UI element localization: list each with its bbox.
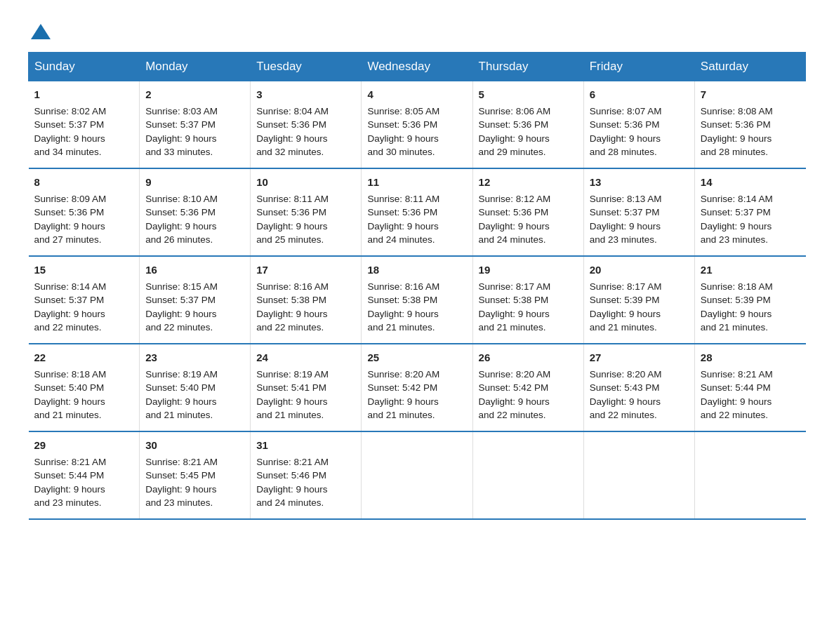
daylight-minutes-text: and 23 minutes. bbox=[145, 497, 213, 508]
daylight-minutes-text: and 21 minutes. bbox=[479, 322, 546, 333]
sunrise-text: Sunrise: 8:14 AM bbox=[701, 194, 773, 204]
calendar-table: SundayMondayTuesdayWednesdayThursdayFrid… bbox=[28, 52, 806, 520]
calendar-cell: 16Sunrise: 8:15 AMSunset: 5:37 PMDayligh… bbox=[140, 256, 251, 344]
calendar-cell: 14Sunrise: 8:14 AMSunset: 5:37 PMDayligh… bbox=[694, 168, 805, 256]
day-number: 11 bbox=[367, 175, 466, 190]
day-header-thursday: Thursday bbox=[472, 53, 583, 81]
daylight-minutes-text: and 22 minutes. bbox=[34, 322, 102, 333]
calendar-cell: 13Sunrise: 8:13 AMSunset: 5:37 PMDayligh… bbox=[583, 168, 694, 256]
logo-triangle-icon bbox=[31, 24, 51, 39]
day-number: 24 bbox=[256, 350, 355, 365]
daylight-minutes-text: and 23 minutes. bbox=[590, 234, 657, 245]
daylight-text: Daylight: 9 hours bbox=[590, 133, 661, 144]
sunset-text: Sunset: 5:36 PM bbox=[256, 207, 326, 217]
calendar-cell: 11Sunrise: 8:11 AMSunset: 5:36 PMDayligh… bbox=[362, 168, 472, 256]
daylight-text: Daylight: 9 hours bbox=[590, 221, 661, 232]
sunrise-text: Sunrise: 8:03 AM bbox=[145, 106, 218, 116]
sunset-text: Sunset: 5:37 PM bbox=[34, 119, 105, 130]
daylight-text: Daylight: 9 hours bbox=[701, 133, 772, 144]
day-number: 27 bbox=[590, 350, 689, 365]
sunrise-text: Sunrise: 8:17 AM bbox=[479, 281, 551, 292]
daylight-text: Daylight: 9 hours bbox=[256, 396, 327, 407]
daylight-minutes-text: and 33 minutes. bbox=[145, 147, 213, 157]
calendar-week-row: 29Sunrise: 8:21 AMSunset: 5:44 PMDayligh… bbox=[29, 431, 806, 519]
daylight-minutes-text: and 27 minutes. bbox=[34, 234, 102, 245]
calendar-week-row: 8Sunrise: 8:09 AMSunset: 5:36 PMDaylight… bbox=[29, 168, 806, 256]
sunset-text: Sunset: 5:44 PM bbox=[701, 382, 771, 393]
sunset-text: Sunset: 5:42 PM bbox=[479, 382, 549, 393]
daylight-minutes-text: and 28 minutes. bbox=[701, 147, 768, 157]
sunset-text: Sunset: 5:39 PM bbox=[701, 295, 771, 305]
calendar-cell: 3Sunrise: 8:04 AMSunset: 5:36 PMDaylight… bbox=[251, 81, 362, 169]
sunset-text: Sunset: 5:38 PM bbox=[367, 295, 437, 305]
day-number: 6 bbox=[590, 87, 689, 102]
sunrise-text: Sunrise: 8:21 AM bbox=[34, 457, 107, 467]
calendar-cell: 19Sunrise: 8:17 AMSunset: 5:38 PMDayligh… bbox=[472, 256, 583, 344]
daylight-text: Daylight: 9 hours bbox=[367, 396, 438, 407]
calendar-cell: 4Sunrise: 8:05 AMSunset: 5:36 PMDaylight… bbox=[362, 81, 472, 169]
daylight-minutes-text: and 26 minutes. bbox=[145, 234, 213, 245]
calendar-cell: 9Sunrise: 8:10 AMSunset: 5:36 PMDaylight… bbox=[140, 168, 251, 256]
sunset-text: Sunset: 5:41 PM bbox=[256, 382, 326, 393]
day-header-sunday: Sunday bbox=[29, 53, 140, 81]
page-header bbox=[28, 21, 806, 38]
sunrise-text: Sunrise: 8:21 AM bbox=[145, 457, 218, 467]
calendar-cell: 25Sunrise: 8:20 AMSunset: 5:42 PMDayligh… bbox=[362, 344, 472, 431]
calendar-week-row: 15Sunrise: 8:14 AMSunset: 5:37 PMDayligh… bbox=[29, 256, 806, 344]
daylight-minutes-text: and 21 minutes. bbox=[256, 410, 324, 420]
sunrise-text: Sunrise: 8:19 AM bbox=[145, 369, 218, 380]
sunrise-text: Sunrise: 8:13 AM bbox=[590, 194, 662, 204]
sunset-text: Sunset: 5:44 PM bbox=[34, 470, 105, 481]
logo bbox=[28, 21, 51, 38]
daylight-minutes-text: and 23 minutes. bbox=[701, 234, 768, 245]
sunrise-text: Sunrise: 8:07 AM bbox=[590, 106, 662, 116]
daylight-text: Daylight: 9 hours bbox=[145, 309, 216, 319]
sunset-text: Sunset: 5:40 PM bbox=[145, 382, 216, 393]
daylight-text: Daylight: 9 hours bbox=[479, 309, 550, 319]
daylight-text: Daylight: 9 hours bbox=[479, 221, 550, 232]
day-number: 21 bbox=[701, 262, 800, 278]
day-number: 5 bbox=[479, 87, 578, 102]
sunrise-text: Sunrise: 8:20 AM bbox=[590, 369, 662, 380]
sunrise-text: Sunrise: 8:18 AM bbox=[34, 369, 107, 380]
sunrise-text: Sunrise: 8:11 AM bbox=[367, 194, 439, 204]
daylight-minutes-text: and 24 minutes. bbox=[256, 497, 324, 508]
daylight-minutes-text: and 22 minutes. bbox=[479, 410, 546, 420]
sunrise-text: Sunrise: 8:14 AM bbox=[34, 281, 107, 292]
calendar-cell bbox=[694, 431, 805, 519]
daylight-minutes-text: and 22 minutes. bbox=[701, 410, 768, 420]
daylight-text: Daylight: 9 hours bbox=[590, 309, 661, 319]
day-number: 31 bbox=[256, 438, 355, 453]
sunset-text: Sunset: 5:37 PM bbox=[34, 295, 105, 305]
daylight-text: Daylight: 9 hours bbox=[256, 133, 327, 144]
daylight-minutes-text: and 23 minutes. bbox=[34, 497, 102, 508]
sunrise-text: Sunrise: 8:09 AM bbox=[34, 194, 107, 204]
calendar-week-row: 22Sunrise: 8:18 AMSunset: 5:40 PMDayligh… bbox=[29, 344, 806, 431]
sunrise-text: Sunrise: 8:16 AM bbox=[256, 281, 329, 292]
calendar-cell: 26Sunrise: 8:20 AMSunset: 5:42 PMDayligh… bbox=[472, 344, 583, 431]
sunset-text: Sunset: 5:40 PM bbox=[34, 382, 105, 393]
sunset-text: Sunset: 5:36 PM bbox=[34, 207, 105, 217]
sunrise-text: Sunrise: 8:18 AM bbox=[701, 281, 773, 292]
sunrise-text: Sunrise: 8:20 AM bbox=[479, 369, 551, 380]
day-number: 15 bbox=[34, 262, 134, 278]
daylight-minutes-text: and 21 minutes. bbox=[590, 322, 657, 333]
sunrise-text: Sunrise: 8:19 AM bbox=[256, 369, 329, 380]
daylight-text: Daylight: 9 hours bbox=[701, 396, 772, 407]
calendar-cell bbox=[362, 431, 472, 519]
sunset-text: Sunset: 5:36 PM bbox=[479, 207, 549, 217]
daylight-minutes-text: and 29 minutes. bbox=[479, 147, 546, 157]
daylight-text: Daylight: 9 hours bbox=[479, 396, 550, 407]
calendar-cell: 31Sunrise: 8:21 AMSunset: 5:46 PMDayligh… bbox=[251, 431, 362, 519]
daylight-text: Daylight: 9 hours bbox=[701, 309, 772, 319]
daylight-text: Daylight: 9 hours bbox=[145, 484, 216, 495]
daylight-text: Daylight: 9 hours bbox=[701, 221, 772, 232]
daylight-text: Daylight: 9 hours bbox=[367, 221, 438, 232]
daylight-minutes-text: and 21 minutes. bbox=[367, 322, 435, 333]
day-number: 13 bbox=[590, 175, 689, 190]
day-header-monday: Monday bbox=[140, 53, 251, 81]
sunset-text: Sunset: 5:36 PM bbox=[367, 207, 437, 217]
sunrise-text: Sunrise: 8:21 AM bbox=[256, 457, 329, 467]
daylight-text: Daylight: 9 hours bbox=[145, 133, 216, 144]
sunset-text: Sunset: 5:37 PM bbox=[701, 207, 771, 217]
